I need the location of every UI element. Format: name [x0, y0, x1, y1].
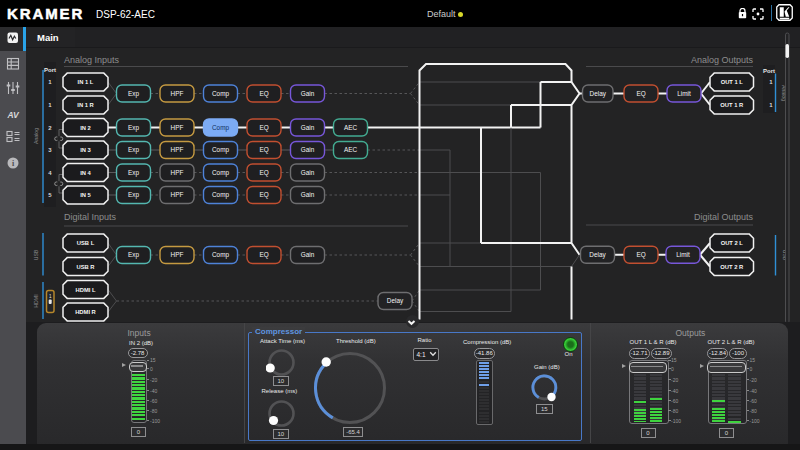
svg-text:Exp: Exp	[128, 169, 139, 177]
svg-text:Gain: Gain	[301, 251, 315, 258]
svg-text:Exp: Exp	[128, 124, 139, 132]
svg-text:Exp: Exp	[128, 251, 139, 259]
svg-text:Comp: Comp	[212, 124, 229, 132]
svg-text:Comp: Comp	[212, 146, 229, 154]
svg-text:Exp: Exp	[128, 146, 139, 154]
svg-text:OUT 2 L: OUT 2 L	[721, 240, 744, 246]
svg-text:Comp: Comp	[212, 251, 229, 259]
svg-text:IN 5: IN 5	[80, 192, 91, 198]
svg-text:IN 3: IN 3	[80, 147, 91, 153]
svg-text:EQ: EQ	[636, 251, 645, 259]
svg-text:HPF: HPF	[171, 124, 184, 131]
svg-text:Port: Port	[763, 68, 775, 74]
svg-text:Delay: Delay	[387, 297, 404, 305]
svg-text:IN 1 L: IN 1 L	[78, 79, 94, 85]
svg-text:Gain: Gain	[301, 169, 315, 176]
svg-text:OUT 1 L: OUT 1 L	[721, 79, 744, 85]
svg-text:Exp: Exp	[128, 191, 139, 199]
svg-text:IN 4: IN 4	[80, 170, 91, 176]
svg-text:Delay: Delay	[590, 90, 607, 98]
svg-text:Gain: Gain	[301, 146, 315, 153]
svg-text:Port: Port	[44, 67, 56, 73]
svg-text:Limit: Limit	[676, 251, 690, 258]
svg-text:EQ: EQ	[259, 146, 268, 154]
svg-text:EQ: EQ	[259, 90, 268, 98]
svg-text:USB R: USB R	[76, 264, 95, 270]
svg-text:AEC: AEC	[344, 124, 358, 131]
svg-text:Gain: Gain	[301, 90, 315, 97]
svg-text:EQ: EQ	[259, 191, 268, 199]
svg-text:HPF: HPF	[171, 146, 184, 153]
svg-text:USB: USB	[33, 249, 39, 260]
svg-text:Comp: Comp	[212, 191, 229, 199]
svg-text:EQ: EQ	[636, 90, 645, 98]
svg-text:IN 2: IN 2	[80, 125, 91, 131]
svg-text:HPF: HPF	[171, 191, 184, 198]
svg-text:HDMI R: HDMI R	[75, 309, 96, 315]
svg-text:HPF: HPF	[171, 90, 184, 97]
svg-text:AEC: AEC	[344, 146, 358, 153]
svg-text:Comp: Comp	[212, 169, 229, 177]
svg-text:Gain: Gain	[301, 124, 315, 131]
svg-text:IN 1 R: IN 1 R	[77, 102, 94, 108]
svg-text:Exp: Exp	[128, 90, 139, 98]
svg-text:USB L: USB L	[77, 240, 95, 246]
svg-text:Gain: Gain	[301, 191, 315, 198]
svg-text:HDMI: HDMI	[33, 294, 39, 307]
svg-text:Limit: Limit	[677, 90, 691, 97]
svg-text:HPF: HPF	[171, 169, 184, 176]
svg-text:OUT 1 R: OUT 1 R	[720, 102, 744, 108]
svg-text:EQ: EQ	[259, 251, 268, 259]
svg-text:HDMI L: HDMI L	[76, 287, 96, 293]
svg-text:HPF: HPF	[171, 251, 184, 258]
svg-text:EQ: EQ	[259, 124, 268, 132]
svg-text:Analog: Analog	[33, 128, 39, 144]
svg-text:OUT 2 R: OUT 2 R	[720, 264, 744, 270]
svg-text:Delay: Delay	[589, 251, 606, 259]
svg-text:EQ: EQ	[259, 169, 268, 177]
svg-text:Comp: Comp	[212, 90, 229, 98]
